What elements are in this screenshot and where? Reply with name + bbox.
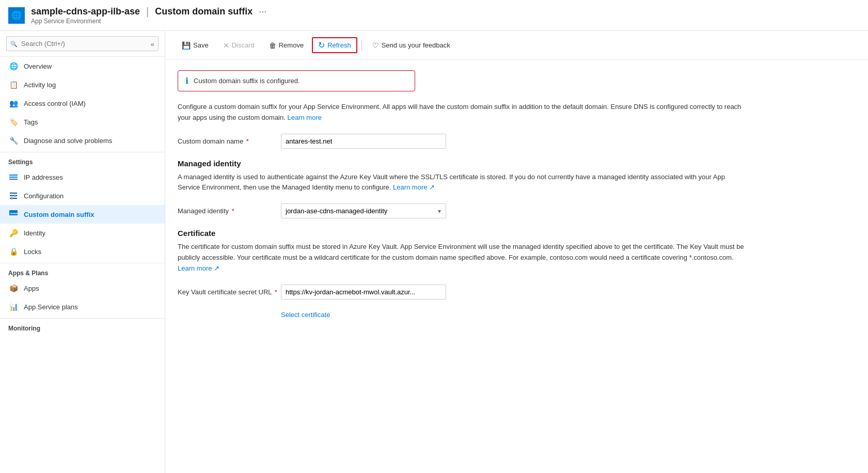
sidebar-item-custom-domain-suffix[interactable]: www Custom domain suffix — [0, 205, 165, 224]
sidebar-item-app-service-plans[interactable]: 📊 App Service plans — [0, 297, 165, 316]
sidebar-item-locks[interactable]: 🔒 Locks — [0, 242, 165, 261]
custom-domain-icon: www — [8, 209, 19, 219]
app-service-plans-icon: 📊 — [8, 302, 19, 312]
sidebar-item-identity-label: Identity — [24, 229, 45, 237]
resource-name: sample-cdns-app-ilb-ase — [31, 6, 140, 17]
feedback-icon: ♡ — [372, 41, 379, 50]
sidebar-item-custom-domain-label: Custom domain suffix — [24, 211, 94, 218]
alert-info-icon: ℹ — [185, 76, 188, 86]
managed-identity-select[interactable]: jordan-ase-cdns-managed-identity — [281, 203, 446, 218]
header-title-group: sample-cdns-app-ilb-ase | Custom domain … — [31, 6, 266, 25]
managed-identity-heading: Managed identity — [178, 159, 772, 168]
svg-rect-1 — [9, 177, 18, 178]
toolbar-separator — [361, 40, 362, 51]
sidebar-item-overview-label: Overview — [24, 62, 52, 70]
resource-icon: 🌐 — [8, 7, 25, 24]
configuration-icon — [8, 191, 19, 201]
resource-subtitle: App Service Environment — [31, 18, 266, 25]
page-header: 🌐 sample-cdns-app-ilb-ase | Custom domai… — [0, 0, 868, 31]
sidebar-item-access-control-label: Access control (IAM) — [24, 100, 86, 107]
key-vault-required: * — [275, 288, 277, 296]
sidebar-item-diagnose[interactable]: 🔧 Diagnose and solve problems — [0, 131, 165, 150]
discard-button[interactable]: ✕ Discard — [217, 38, 261, 53]
diagnose-icon: 🔧 — [8, 135, 19, 146]
learn-more-link[interactable]: Learn more — [287, 114, 321, 121]
managed-identity-description: A managed identity is used to authentica… — [178, 172, 746, 194]
save-icon: 💾 — [182, 41, 191, 50]
svg-rect-0 — [9, 175, 18, 176]
key-vault-url-row: Key Vault certificate secret URL * — [178, 285, 772, 299]
content-area: 💾 Save ✕ Discard 🗑 Remove ↻ Refresh ♡ Se… — [165, 31, 868, 473]
collapse-button[interactable]: « — [151, 40, 154, 48]
save-label: Save — [193, 41, 209, 49]
sidebar-item-apps-label: Apps — [24, 285, 39, 292]
svg-point-7 — [14, 195, 16, 197]
managed-identity-required: * — [232, 207, 234, 215]
custom-domain-name-input[interactable] — [281, 134, 446, 149]
svg-text:www: www — [10, 212, 18, 215]
overview-icon: 🌐 — [8, 61, 19, 71]
discard-label: Discard — [232, 41, 255, 49]
remove-label: Remove — [279, 41, 304, 49]
managed-identity-select-wrapper: jordan-ase-cdns-managed-identity ▾ — [281, 203, 446, 218]
svg-rect-2 — [9, 179, 18, 180]
tags-icon: 🏷️ — [8, 117, 19, 127]
managed-identity-row: Managed identity * jordan-ase-cdns-manag… — [178, 203, 772, 218]
identity-icon: 🔑 — [8, 228, 19, 238]
refresh-label: Refresh — [327, 41, 351, 49]
discard-icon: ✕ — [223, 41, 229, 50]
feedback-label: Send us your feedback — [382, 41, 450, 49]
certificate-heading: Certificate — [178, 229, 772, 238]
monitoring-section-title: Monitoring — [0, 318, 165, 334]
sidebar-search-container: « — [0, 31, 165, 57]
sidebar-item-diagnose-label: Diagnose and solve problems — [24, 137, 112, 145]
apps-plans-section-title: Apps & Plans — [0, 263, 165, 279]
sidebar-item-tags[interactable]: 🏷️ Tags — [0, 113, 165, 131]
sidebar-item-app-service-plans-label: App Service plans — [24, 303, 78, 311]
ip-addresses-icon — [8, 172, 19, 182]
sidebar-item-configuration[interactable]: Configuration — [0, 186, 165, 205]
required-asterisk: * — [246, 137, 249, 145]
sidebar-item-activity-log[interactable]: 📋 Activity log — [0, 75, 165, 94]
search-wrapper: « — [6, 36, 159, 51]
refresh-icon: ↻ — [318, 40, 325, 50]
header-page-title: Custom domain suffix — [155, 6, 252, 17]
search-input[interactable] — [6, 36, 159, 51]
save-button[interactable]: 💾 Save — [176, 38, 215, 53]
certificate-learn-more-link[interactable]: Learn more ↗ — [178, 264, 219, 272]
main-layout: « 🌐 Overview 📋 Activity log 👥 Access con… — [0, 31, 868, 473]
remove-button[interactable]: 🗑 Remove — [263, 38, 310, 53]
svg-point-6 — [11, 193, 13, 194]
feedback-button[interactable]: ♡ Send us your feedback — [366, 38, 456, 53]
key-vault-url-input[interactable] — [281, 285, 446, 299]
key-vault-label: Key Vault certificate secret URL * — [178, 288, 281, 296]
custom-domain-name-label: Custom domain name * — [178, 137, 281, 145]
sidebar-item-apps[interactable]: 📦 Apps — [0, 279, 165, 297]
toolbar: 💾 Save ✕ Discard 🗑 Remove ↻ Refresh ♡ Se… — [165, 31, 868, 60]
select-certificate-link[interactable]: Select certificate — [281, 311, 330, 319]
alert-text: Custom domain suffix is configured. — [194, 77, 300, 85]
certificate-description: The certificate for custom domain suffix… — [178, 242, 746, 274]
sidebar-search-area: « — [0, 31, 165, 57]
sidebar-item-identity[interactable]: 🔑 Identity — [0, 224, 165, 242]
sidebar-item-ip-addresses[interactable]: IP addresses — [0, 168, 165, 186]
description-text: Configure a custom domain suffix for you… — [178, 102, 746, 123]
settings-section-title: Settings — [0, 152, 165, 168]
sidebar-item-overview[interactable]: 🌐 Overview — [0, 57, 165, 75]
sidebar-item-activity-log-label: Activity log — [24, 81, 56, 89]
header-separator: | — [146, 6, 149, 18]
custom-domain-name-row: Custom domain name * — [178, 134, 772, 149]
locks-icon: 🔒 — [8, 246, 19, 257]
header-more-options[interactable]: ··· — [259, 6, 266, 17]
content-body: ℹ Custom domain suffix is configured. Co… — [165, 60, 785, 329]
access-control-icon: 👥 — [8, 98, 19, 108]
managed-identity-learn-more-link[interactable]: Learn more ↗ — [393, 183, 435, 191]
refresh-button[interactable]: ↻ Refresh — [312, 37, 357, 53]
remove-icon: 🗑 — [269, 41, 276, 50]
apps-icon: 📦 — [8, 283, 19, 293]
managed-identity-label: Managed identity * — [178, 207, 281, 215]
sidebar-item-ip-label: IP addresses — [24, 174, 63, 181]
sidebar-item-tags-label: Tags — [24, 118, 38, 126]
svg-point-8 — [11, 198, 13, 199]
sidebar-item-access-control[interactable]: 👥 Access control (IAM) — [0, 94, 165, 113]
